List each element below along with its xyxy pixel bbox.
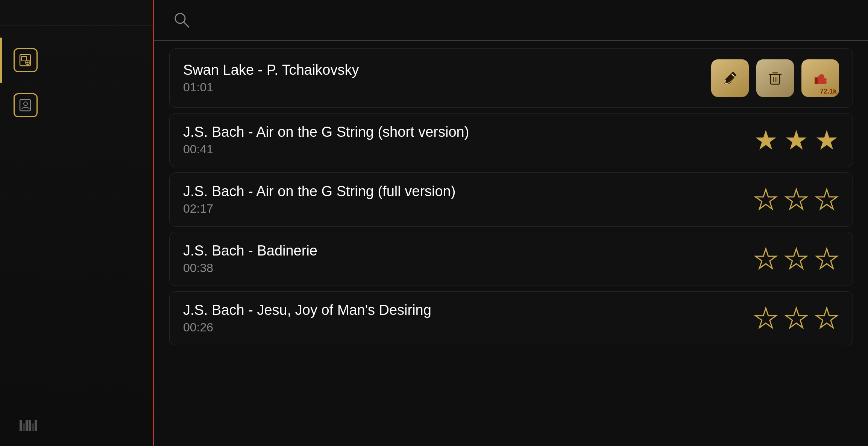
piano-key-3: [26, 420, 28, 431]
edit-button[interactable]: [711, 59, 749, 97]
song-card[interactable]: J.S. Bach - Air on the G String (full ve…: [169, 172, 853, 227]
piano-key-6: [35, 420, 37, 431]
star-rating[interactable]: ★★★: [754, 243, 839, 275]
users-songs-icon: [14, 93, 38, 117]
song-card[interactable]: J.S. Bach - Badinerie00:38★★★: [169, 232, 853, 286]
like-button[interactable]: 72.1k: [801, 59, 839, 97]
song-title: J.S. Bach - Air on the G String (full ve…: [183, 183, 455, 200]
my-collection-icon: [14, 48, 38, 72]
star-rating[interactable]: ★★★: [754, 184, 839, 215]
song-duration: 02:17: [183, 202, 455, 216]
song-card[interactable]: J.S. Bach - Air on the G String (short v…: [169, 113, 853, 167]
star-1[interactable]: ★: [754, 124, 778, 156]
sidebar-nav: [0, 26, 153, 408]
song-title: Swan Lake - P. Tchaikovsky: [183, 62, 359, 78]
svg-rect-1: [21, 56, 27, 61]
sidebar-item-users-songs[interactable]: [0, 83, 153, 128]
svg-point-6: [24, 102, 27, 106]
songs-list: Swan Lake - P. Tchaikovsky01:01 72.1kJ.S…: [154, 41, 868, 446]
star-2[interactable]: ★: [784, 184, 809, 215]
star-rating[interactable]: ★★★: [754, 302, 839, 334]
song-title: J.S. Bach - Air on the G String (short v…: [183, 124, 469, 140]
search-icon: [173, 11, 190, 33]
search-bar: [154, 0, 868, 41]
song-title: J.S. Bach - Badinerie: [183, 243, 317, 259]
star-1[interactable]: ★: [754, 243, 778, 275]
sidebar-footer: [0, 408, 153, 446]
piano-key-1: [20, 420, 22, 431]
piano-key-4: [29, 420, 31, 431]
star-3[interactable]: ★: [815, 302, 839, 334]
star-1[interactable]: ★: [754, 302, 778, 334]
star-2[interactable]: ★: [784, 124, 809, 156]
song-duration: 00:41: [183, 142, 469, 156]
star-2[interactable]: ★: [784, 302, 809, 334]
star-3[interactable]: ★: [815, 243, 839, 275]
piano-key-5: [32, 423, 34, 431]
song-duration: 01:01: [183, 80, 359, 94]
song-title: J.S. Bach - Jesu, Joy of Man's Desiring: [183, 302, 431, 318]
song-duration: 00:38: [183, 261, 317, 275]
piano-keys-icon: [20, 420, 37, 431]
sidebar: [0, 0, 154, 446]
main-content: Swan Lake - P. Tchaikovsky01:01 72.1kJ.S…: [154, 0, 868, 446]
song-card[interactable]: J.S. Bach - Jesu, Joy of Man's Desiring0…: [169, 291, 853, 345]
star-3[interactable]: ★: [815, 184, 839, 215]
star-1[interactable]: ★: [754, 184, 778, 215]
delete-button[interactable]: [756, 59, 794, 97]
song-duration: 00:26: [183, 321, 431, 334]
sidebar-header: [0, 0, 153, 26]
star-rating[interactable]: ★★★: [754, 124, 839, 156]
star-3[interactable]: ★: [815, 124, 839, 156]
star-2[interactable]: ★: [784, 243, 809, 275]
sidebar-item-my-collection[interactable]: [0, 38, 153, 83]
svg-line-8: [184, 22, 189, 27]
piano-key-2: [23, 423, 25, 431]
song-card[interactable]: Swan Lake - P. Tchaikovsky01:01 72.1k: [169, 48, 853, 108]
